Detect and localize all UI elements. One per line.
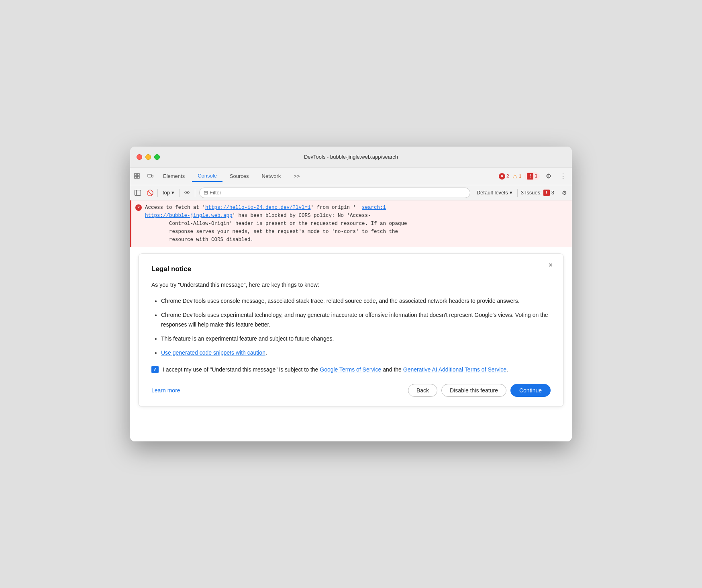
tab-bar: Elements Console Sources Network >> ✕ 2 … — [130, 167, 572, 185]
filter-icon: ⊟ — [204, 190, 208, 196]
live-expression-icon[interactable]: 👁 — [182, 188, 192, 198]
accept-prefix: I accept my use of "Understand this mess… — [163, 366, 320, 373]
error-row-icon: ✕ — [135, 204, 142, 244]
warning-badge[interactable]: ⚠ 1 — [512, 173, 522, 180]
tos-link[interactable]: Google Terms of Service — [320, 366, 381, 373]
error-text: Access to fetch at 'https://hello-io-24.… — [145, 204, 567, 244]
error-badge[interactable]: ✕ 2 — [499, 173, 509, 180]
footer-right: Back Disable this feature Continue — [408, 384, 551, 397]
legal-notice-container: × Legal notice As you try "Understand th… — [130, 247, 572, 413]
issues-icon: ! — [543, 190, 550, 196]
more-icon[interactable]: ⋮ — [557, 171, 569, 182]
minimize-button[interactable] — [145, 154, 151, 160]
accept-middle: and the — [381, 366, 403, 373]
levels-selector[interactable]: Default levels ▾ — [473, 189, 516, 196]
issues-label: 3 Issues: — [521, 190, 542, 196]
continue-button[interactable]: Continue — [510, 384, 551, 397]
disable-button[interactable]: Disable this feature — [441, 384, 506, 397]
window-title: DevTools - bubble-jingle.web.app/search — [304, 154, 398, 160]
devtools-window: DevTools - bubble-jingle.web.app/search … — [130, 147, 572, 441]
learn-more-button[interactable]: Learn more — [151, 387, 180, 394]
title-bar: DevTools - bubble-jingle.web.app/search — [130, 147, 572, 167]
accept-checkbox[interactable]: ✓ — [151, 366, 159, 373]
tab-network[interactable]: Network — [256, 171, 287, 182]
issue-icon: ! — [527, 173, 533, 180]
svg-rect-1 — [135, 176, 137, 178]
legal-intro: As you try "Understand this message", he… — [151, 280, 551, 289]
svg-rect-0 — [135, 174, 137, 176]
issue-badge[interactable]: ! 3 — [524, 172, 540, 180]
tab-sources[interactable]: Sources — [224, 171, 255, 182]
separator-2 — [179, 189, 180, 197]
back-button[interactable]: Back — [408, 384, 437, 397]
clear-console-icon[interactable]: 🚫 — [145, 188, 155, 198]
context-dropdown-icon: ▾ — [171, 190, 174, 196]
legal-caution: Use generated code snippets with caution… — [161, 348, 551, 357]
origin-link[interactable]: https://bubble-jingle.web.app — [145, 213, 233, 218]
tab-console[interactable]: Console — [192, 170, 222, 182]
error-mid: ' from origin ' — [311, 205, 362, 210]
ai-tos-link[interactable]: Generative AI Additional Terms of Servic… — [403, 366, 506, 373]
sidebar-toggle-icon[interactable] — [133, 188, 143, 198]
close-button[interactable] — [137, 154, 142, 160]
device-toolbar-icon[interactable] — [145, 171, 156, 182]
error-continuation: https://bubble-jingle.web.app' has been … — [145, 213, 407, 243]
legal-footer: Learn more Back Disable this feature Con… — [151, 384, 551, 397]
legal-point-1: Chrome DevTools uses console message, as… — [161, 296, 551, 306]
checkmark-icon: ✓ — [153, 367, 157, 372]
legal-point-2: Chrome DevTools uses experimental techno… — [161, 310, 551, 329]
fetch-url-link[interactable]: https://hello-io-24.deno.dev/?lvl=1 — [205, 205, 311, 210]
levels-label: Default levels — [477, 190, 508, 196]
context-selector[interactable]: top ▾ — [160, 189, 177, 196]
inspect-element-icon[interactable] — [132, 171, 143, 182]
traffic-lights — [137, 154, 160, 160]
console-content: ✕ Access to fetch at 'https://hello-io-2… — [130, 200, 572, 441]
maximize-button[interactable] — [154, 154, 160, 160]
context-label: top — [163, 190, 170, 196]
svg-rect-6 — [135, 190, 141, 195]
console-settings-icon[interactable]: ⚙ — [559, 188, 569, 198]
legal-title: Legal notice — [151, 265, 551, 273]
filter-input[interactable] — [210, 190, 466, 196]
legal-close-button[interactable]: × — [546, 260, 555, 270]
accept-suffix: . — [506, 366, 508, 373]
warning-icon: ⚠ — [512, 173, 518, 180]
issue-count: 3 — [535, 174, 537, 179]
svg-rect-4 — [148, 174, 151, 177]
caution-link[interactable]: Use generated code snippets with caution — [161, 349, 265, 356]
caution-suffix: . — [265, 349, 267, 356]
separator-3 — [195, 189, 195, 197]
issues-badge[interactable]: 3 Issues: ! 3 — [517, 189, 557, 197]
footer-left: Learn more — [151, 387, 180, 394]
console-toolbar: 🚫 top ▾ 👁 ⊟ Default levels ▾ 3 Issues: ! — [130, 185, 572, 200]
svg-rect-3 — [137, 176, 139, 178]
warning-count: 1 — [519, 174, 522, 179]
legal-notice-dialog: × Legal notice As you try "Understand th… — [138, 253, 564, 407]
tab-elements[interactable]: Elements — [157, 171, 190, 182]
svg-rect-2 — [137, 174, 139, 176]
legal-point-3: This feature is an experimental feature … — [161, 334, 551, 343]
separator-1 — [157, 189, 158, 197]
tab-more[interactable]: >> — [288, 171, 305, 182]
issues-count: 3 — [551, 190, 554, 196]
error-icon: ✕ — [499, 173, 505, 180]
accept-text: I accept my use of "Understand this mess… — [163, 365, 508, 374]
source-ref-link[interactable]: search:1 — [362, 205, 386, 210]
error-message: ✕ Access to fetch at 'https://hello-io-2… — [130, 200, 572, 247]
legal-list: Chrome DevTools uses console message, as… — [151, 296, 551, 357]
svg-rect-5 — [152, 175, 153, 177]
levels-dropdown-icon: ▾ — [510, 190, 512, 196]
filter-area[interactable]: ⊟ — [199, 188, 470, 198]
devtools-panel: Elements Console Sources Network >> ✕ 2 … — [130, 167, 572, 441]
settings-icon[interactable]: ⚙ — [543, 171, 554, 182]
legal-accept-row: ✓ I accept my use of "Understand this me… — [151, 365, 551, 374]
error-prefix: Access to fetch at ' — [145, 205, 205, 210]
error-count: 2 — [506, 174, 509, 179]
error-circle-icon: ✕ — [135, 204, 142, 211]
badge-area: ✕ 2 ⚠ 1 ! 3 ⚙ ⋮ — [499, 171, 569, 182]
